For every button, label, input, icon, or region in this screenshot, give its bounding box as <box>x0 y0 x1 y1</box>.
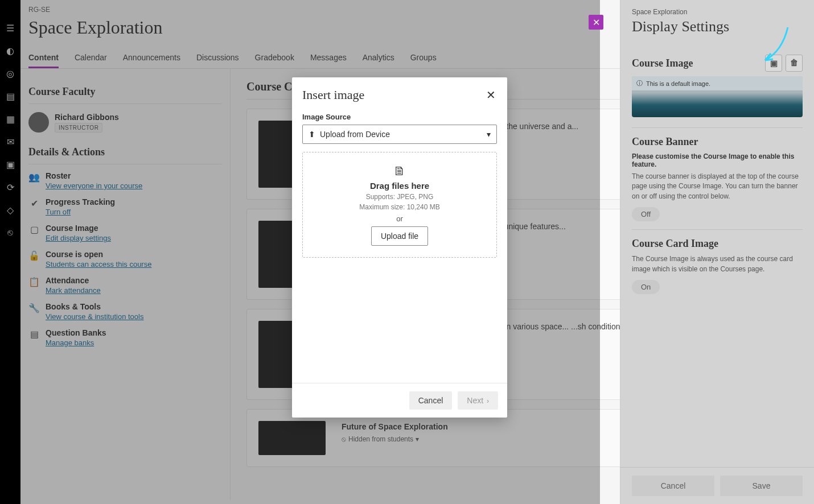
sidebar-item-link[interactable]: Turn off <box>46 208 71 216</box>
nav-icon-grades[interactable]: ▣ <box>5 159 15 170</box>
sidebar-item-title: Roster <box>46 171 142 180</box>
nav-icon-profile[interactable]: ◐ <box>5 46 15 56</box>
people-icon: 👥 <box>28 171 40 183</box>
left-nav-rail: ☰ ◐ ◎ ▤ ▦ ✉ ▣ ⟳ ◇ ⎋ <box>0 0 20 504</box>
sidebar-item-progress: ✔ Progress Tracking Turn off <box>28 197 222 217</box>
upload-image-button[interactable]: ▣ <box>765 55 782 72</box>
sidebar-item-link[interactable]: Edit display settings <box>46 234 111 242</box>
visibility-label[interactable]: Hidden from students <box>348 435 413 444</box>
faculty-role: INSTRUCTOR <box>55 123 102 133</box>
sidebar-item-link[interactable]: Students can access this course <box>46 260 151 268</box>
card-thumbnail <box>258 421 326 455</box>
check-circle-icon: ✔ <box>28 197 40 209</box>
details-heading: Details & Actions <box>28 146 222 164</box>
image-source-label: Image Source <box>302 113 497 121</box>
sidebar-item-roster: 👥 Roster View everyone in your course <box>28 171 222 191</box>
delete-image-button[interactable]: 🗑 <box>786 55 803 72</box>
nav-icon-courses[interactable]: ▤ <box>5 91 15 101</box>
sidebar-item-title: Question Banks <box>46 328 106 337</box>
next-label: Next <box>467 396 483 405</box>
display-settings-panel: Space Exploration Display Settings Cours… <box>620 0 814 504</box>
image-icon: ▢ <box>28 224 40 235</box>
select-value: Upload from Device <box>320 130 390 139</box>
section-course-banner: Course Banner Please customise the Cours… <box>632 127 803 229</box>
faculty-name: Richard Gibbons <box>55 113 119 122</box>
unlock-icon: 🔓 <box>28 250 40 261</box>
section-course-card-image: Course Card Image The Course Image is al… <box>632 229 803 302</box>
nav-icon-messages[interactable]: ✉ <box>5 137 15 147</box>
tab-discussions[interactable]: Discussions <box>196 48 239 68</box>
modal-next-button[interactable]: Next › <box>458 391 498 410</box>
sidebar-item-title: Course is open <box>46 250 151 259</box>
default-image-badge: ⓘ This is a default image. <box>632 76 803 90</box>
file-upload-icon: 🗎 <box>393 164 406 179</box>
modal-close-button[interactable]: ✕ <box>486 88 496 102</box>
banner-toggle[interactable]: Off <box>632 207 660 221</box>
banner-description: The course banner is displayed at the to… <box>632 172 803 201</box>
sidebar-item-title: Progress Tracking <box>46 197 115 206</box>
course-image-preview: ⓘ This is a default image. <box>632 76 803 117</box>
section-heading: Course Card Image <box>632 238 718 250</box>
tab-messages[interactable]: Messages <box>310 48 347 68</box>
avatar <box>28 112 49 133</box>
modal-cancel-button[interactable]: Cancel <box>409 391 453 410</box>
chevron-down-icon: ▾ <box>487 130 491 139</box>
sidebar-item-link[interactable]: Mark attendance <box>46 286 101 295</box>
modal-title: Insert image <box>302 88 364 102</box>
chevron-right-icon: › <box>487 397 489 405</box>
sidebar-item-link[interactable]: Manage banks <box>46 338 94 347</box>
upload-icon: ⬆ <box>309 130 315 139</box>
image-source-select[interactable]: ⬆ Upload from Device ▾ <box>302 125 497 144</box>
chevron-down-icon[interactable]: ▾ <box>416 435 419 444</box>
tab-calendar[interactable]: Calendar <box>75 48 107 68</box>
banner-callout: Please customise the Course Image to ena… <box>632 152 803 168</box>
sidebar-item-link[interactable]: View course & institution tools <box>46 312 143 321</box>
section-course-image: Course Image ▣ 🗑 ⓘ This is a default ima… <box>632 55 803 127</box>
tab-announcements[interactable]: Announcements <box>123 48 180 68</box>
nav-icon-activity[interactable]: ◎ <box>5 68 15 79</box>
panel-breadcrumb: Space Exploration <box>632 8 803 16</box>
panel-cancel-button[interactable]: Cancel <box>632 476 714 496</box>
upload-file-button[interactable]: Upload file <box>371 226 428 246</box>
badge-text: This is a default image. <box>646 80 710 87</box>
tab-content[interactable]: Content <box>28 48 59 68</box>
bank-icon: ▤ <box>28 328 40 340</box>
panel-save-button[interactable]: Save <box>720 476 803 496</box>
dropzone-title: Drag files here <box>370 181 429 191</box>
tab-analytics[interactable]: Analytics <box>363 48 394 68</box>
card-image-description: The Course Image is always used as the c… <box>632 254 803 274</box>
nav-icon-admin[interactable]: ◇ <box>5 205 15 215</box>
panel-body: Course Image ▣ 🗑 ⓘ This is a default ima… <box>620 47 814 467</box>
panel-footer: Cancel Save <box>620 467 814 504</box>
panel-title: Display Settings <box>632 18 803 35</box>
panel-header: Space Exploration Display Settings <box>620 0 814 47</box>
sidebar-item-title: Books & Tools <box>46 302 143 311</box>
modal-header: Insert image ✕ <box>292 77 507 107</box>
sidebar-item-course-image: ▢ Course Image Edit display settings <box>28 224 222 243</box>
info-icon: ⓘ <box>636 79 643 88</box>
dropzone-supports: Supports: JPEG, PNG <box>366 193 434 201</box>
course-sidebar: Course Faculty Richard Gibbons INSTRUCTO… <box>20 69 231 500</box>
tab-groups[interactable]: Groups <box>410 48 437 68</box>
file-dropzone[interactable]: 🗎 Drag files here Supports: JPEG, PNG Ma… <box>302 152 497 258</box>
tab-gradebook[interactable]: Gradebook <box>255 48 294 68</box>
nav-icon-institution[interactable]: ☰ <box>5 23 15 33</box>
sidebar-item-course-open: 🔓 Course is open Students can access thi… <box>28 250 222 269</box>
sidebar-item-books-tools: 🔧 Books & Tools View course & institutio… <box>28 302 222 321</box>
nav-icon-signout[interactable]: ⎋ <box>5 228 15 238</box>
dropzone-maxsize: Maximum size: 10,240 MB <box>359 203 439 211</box>
hidden-icon: ⦸ <box>342 435 346 444</box>
wrench-icon: 🔧 <box>28 302 40 313</box>
clipboard-icon: 📋 <box>28 276 40 287</box>
sidebar-item-title: Attendance <box>46 276 101 285</box>
card-image-toggle[interactable]: On <box>632 280 660 294</box>
modal-footer: Cancel Next › <box>292 383 507 418</box>
nav-icon-tools[interactable]: ⟳ <box>5 182 15 192</box>
modal-body: Image Source ⬆ Upload from Device ▾ 🗎 Dr… <box>292 107 507 383</box>
sidebar-item-question-banks: ▤ Question Banks Manage banks <box>28 328 222 348</box>
sidebar-item-link[interactable]: View everyone in your course <box>46 181 142 190</box>
dropzone-or: or <box>396 214 403 223</box>
nav-icon-calendar[interactable]: ▦ <box>5 114 15 124</box>
panel-close-button[interactable]: ✕ <box>589 15 603 30</box>
faculty-heading: Course Faculty <box>28 86 222 104</box>
